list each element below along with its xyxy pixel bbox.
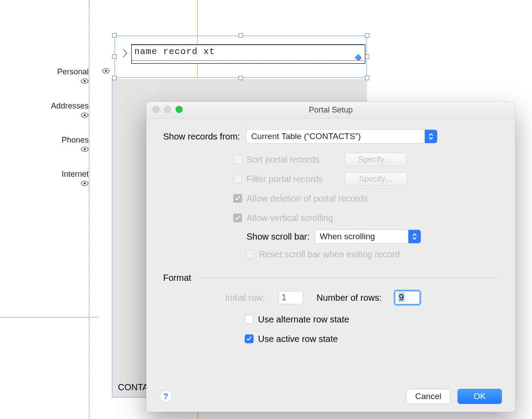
visibility-eye-icon[interactable] [102,68,110,74]
window-minimize-button[interactable] [164,106,171,113]
allow-deletion-label: Allow deletion of portal records [246,194,368,204]
show-records-from-label: Show records from: [163,132,240,142]
resize-handle[interactable] [365,76,369,80]
chevron-right-icon [122,48,128,60]
use-alternate-row-checkbox[interactable] [245,315,254,324]
resize-handle[interactable] [112,54,117,59]
side-label-internet[interactable]: Internet [40,170,89,186]
side-labels: Personal Addresses Phones Internet [40,67,89,204]
ok-button[interactable]: OK [458,389,502,404]
select-caret-icon [425,130,437,143]
visibility-eye-icon[interactable] [81,78,89,84]
allow-scrolling-label: Allow vertical scrolling [246,213,333,223]
window-traffic-lights [153,106,183,113]
visibility-eye-icon[interactable] [81,113,89,118]
row-merge-field: name record xt [134,47,215,57]
horizontal-orange-guide [0,317,98,318]
svg-point-6 [84,182,86,185]
svg-point-4 [84,114,86,116]
resize-handle[interactable] [239,33,243,38]
resize-handle[interactable] [365,54,369,59]
filter-specify-button[interactable]: Specify… [345,172,407,186]
dialog-title-bar[interactable]: Portal Setup [146,102,515,119]
allow-deletion-checkbox[interactable] [233,194,242,203]
portal-row-template[interactable]: name record xt [131,44,365,64]
initial-row-input[interactable]: 1 [278,291,303,304]
side-label-phones[interactable]: Phones [40,136,89,152]
vertical-dotted-guide [89,0,90,419]
window-zoom-button[interactable] [176,106,183,113]
number-of-rows-label: Number of rows: [317,293,382,303]
show-scrollbar-select[interactable]: When scrolling [315,229,421,244]
portal-table-label: CONTA [118,382,149,392]
sort-specify-button[interactable]: Specify… [344,153,407,166]
allow-scrolling-checkbox[interactable] [233,213,242,222]
svg-point-0 [105,70,107,72]
number-of-rows-input[interactable]: 9 [395,291,420,304]
use-active-row-checkbox[interactable] [245,334,254,343]
portal-setup-dialog: Portal Setup Show records from: Current … [146,102,515,412]
selected-portal-object[interactable]: name record xt [114,35,367,78]
show-records-from-select[interactable]: Current Table (“CONTACTS”) [246,129,438,144]
resize-handle[interactable] [239,76,243,80]
conditional-formatting-icon [354,54,362,62]
use-alternate-row-label: Use alternate row state [258,314,349,325]
section-divider [197,278,498,278]
use-active-row-label: Use active row state [258,334,338,344]
reset-scrollbar-checkbox[interactable] [246,250,254,259]
sort-records-label: Sort portal records [246,155,320,165]
dialog-title: Portal Setup [309,105,352,115]
filter-records-label: Filter portal records [246,174,323,184]
window-close-button[interactable] [153,106,160,113]
cancel-button[interactable]: Cancel [406,389,450,404]
side-label-addresses[interactable]: Addresses [40,101,89,118]
resize-handle[interactable] [112,76,117,80]
side-label-personal[interactable]: Personal [40,67,89,84]
resize-handle[interactable] [112,33,117,38]
filter-records-checkbox[interactable] [233,175,242,183]
resize-handle[interactable] [365,33,369,38]
format-section-heading: Format [163,273,191,283]
help-button[interactable]: ? [160,390,172,403]
layout-canvas: CONTA name record xt [0,0,532,419]
svg-point-5 [84,148,86,151]
select-caret-icon [408,230,421,243]
visibility-eye-icon[interactable] [81,181,89,186]
initial-row-label: Initial row: [225,293,265,303]
visibility-eye-icon[interactable] [81,147,89,152]
show-scrollbar-label: Show scroll bar: [246,232,309,242]
svg-point-3 [84,80,86,82]
sort-records-checkbox[interactable] [233,155,242,164]
reset-scrollbar-label: Reset scroll bar when exiting record [259,249,400,260]
